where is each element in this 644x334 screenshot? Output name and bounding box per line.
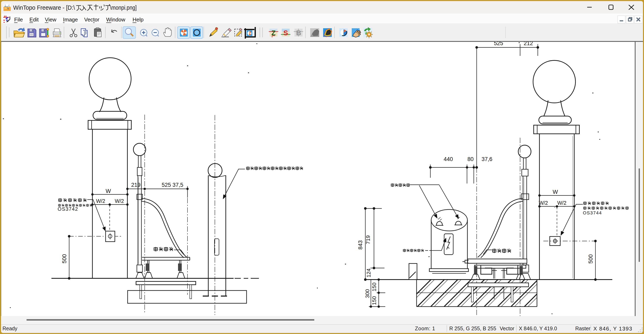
svg-text:S: S	[284, 29, 288, 37]
svg-text:212: 212	[524, 42, 533, 46]
svg-text:500: 500	[61, 254, 68, 263]
svg-text:W/2: W/2	[557, 200, 566, 206]
svg-text:B: B	[296, 29, 301, 37]
svg-text:W/2: W/2	[115, 198, 124, 204]
svg-text:843: 843	[357, 240, 364, 249]
svg-text:219: 219	[131, 182, 140, 188]
svg-text:500: 500	[588, 254, 594, 263]
svg-text:WinTopo Freeware - [D:\: WinTopo Freeware - [D:\	[13, 4, 75, 11]
svg-text:440: 440	[444, 156, 453, 162]
svg-text:150: 150	[371, 282, 377, 291]
svg-text:150: 150	[371, 296, 377, 305]
svg-text:.: .	[554, 203, 556, 209]
svg-text:525 37,5: 525 37,5	[162, 182, 183, 188]
svg-text:W: W	[552, 189, 558, 195]
svg-text:124: 124	[366, 268, 372, 277]
svg-text:.: .	[110, 201, 111, 207]
svg-text:80: 80	[468, 156, 474, 162]
svg-text:37,6: 37,6	[482, 156, 492, 162]
svg-text:\monpi.png]: \monpi.png]	[110, 4, 137, 11]
svg-text:W/2: W/2	[96, 198, 105, 204]
svg-text:300: 300	[364, 289, 370, 298]
svg-text:525: 525	[494, 42, 503, 46]
svg-text:OS3744: OS3744	[583, 210, 602, 216]
svg-text:719: 719	[365, 235, 371, 244]
svg-text:OS3742: OS3742	[58, 206, 78, 212]
svg-text:W/2: W/2	[539, 200, 548, 206]
svg-text:W: W	[106, 188, 111, 194]
